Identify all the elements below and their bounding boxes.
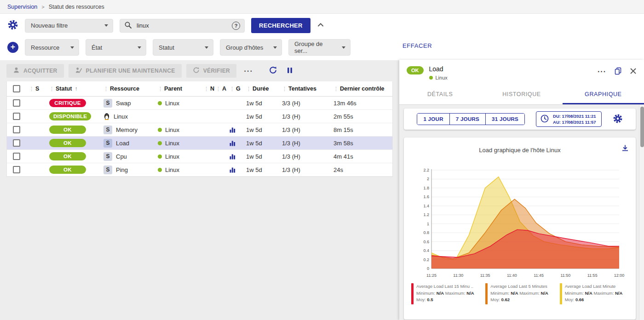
parent-cell[interactable]: Linux: [158, 126, 204, 133]
close-panel-button[interactable]: [630, 68, 637, 76]
duration-cell: 1w 5d: [246, 113, 282, 120]
svg-text:0.4: 0.4: [423, 248, 429, 253]
parent-cell[interactable]: Linux: [158, 153, 204, 160]
resources-region: ACQUITTER PLANIFIER UNE MAINTENANCE VÉRI…: [0, 61, 399, 320]
parent-name: Linux: [165, 140, 179, 147]
column-header-statut[interactable]: ⋮Statut↑: [49, 86, 104, 92]
resource-name: Memory: [116, 126, 138, 133]
table-row-memory[interactable]: OK SMemory Linux 1w 5d 1/3 (H) 8m 15s: [7, 123, 392, 137]
parent-cell[interactable]: Linux: [158, 100, 204, 107]
parent-status-dot: [158, 168, 162, 172]
column-header-tentatives[interactable]: ⋮Tentatives: [282, 86, 334, 92]
duration-cell: 1w 5d: [246, 153, 282, 160]
collapse-filters-button[interactable]: [317, 22, 324, 29]
service-chip: S: [104, 99, 112, 108]
column-header-parent[interactable]: ⋮Parent: [158, 86, 204, 92]
parent-cell[interactable]: Linux: [158, 166, 204, 173]
graph-icon[interactable]: [230, 167, 236, 173]
graph-icon[interactable]: [230, 127, 236, 133]
table-row-swap[interactable]: CRITIQUE SSwap Linux 1w 5d 3/3 (H) 13m 4…: [7, 97, 392, 110]
check-button[interactable]: VÉRIFIER: [186, 64, 237, 78]
column-header-dernier-controle[interactable]: ⋮Dernier contrôle: [334, 86, 392, 92]
last-check-cell: 2m 55s: [334, 113, 392, 120]
last-check-cell: 8m 15s: [334, 126, 392, 133]
parent-cell[interactable]: Linux: [158, 140, 204, 147]
acknowledge-button[interactable]: ACQUITTER: [6, 64, 64, 78]
last-check-cell: 13m 46s: [334, 100, 392, 107]
resource-cell[interactable]: SSwap: [104, 99, 158, 108]
criteria-select-statut[interactable]: Statut: [153, 39, 213, 56]
resource-cell[interactable]: SLoad: [104, 139, 158, 148]
select-all-checkbox[interactable]: [13, 85, 20, 92]
graph-icon[interactable]: [230, 154, 236, 160]
row-checkbox[interactable]: [13, 126, 20, 133]
scrollbar-thumb[interactable]: [640, 107, 644, 147]
search-box[interactable]: ?: [120, 19, 245, 33]
range-1-jour[interactable]: 1 JOUR: [417, 114, 449, 125]
search-button[interactable]: RECHERCHER: [251, 18, 310, 33]
panel-scrollbar[interactable]: [639, 105, 644, 320]
graph-settings-button[interactable]: [613, 114, 623, 125]
table-row-load[interactable]: OK SLoad Linux 1w 5d 1/3 (H) 3m 58s: [7, 137, 392, 150]
column-header-duree[interactable]: ⋮Durée: [246, 86, 282, 92]
graph-icon[interactable]: [230, 140, 236, 146]
column-header-a[interactable]: ⋮A: [216, 86, 230, 92]
row-checkbox[interactable]: [13, 139, 20, 147]
table-row-ping[interactable]: OK SPing Linux 1w 5d 1/3 (H) 24s: [7, 163, 392, 177]
resources-table: ⋮S ⋮Statut↑ ⋮Ressource ⋮Parent ⋮N ⋮A ⋮G …: [6, 81, 393, 177]
resource-cell[interactable]: SMemory: [104, 126, 158, 134]
resource-cell[interactable]: SPing: [104, 166, 158, 174]
tab-historique[interactable]: HISTORIQUE: [481, 86, 562, 104]
criteria-select-groupe-services[interactable]: Groupe de ser...: [288, 39, 351, 56]
legend-item-1[interactable]: Average Load Last 5 MinutesMinimum: N/A …: [485, 283, 554, 304]
parent-name: Linux: [165, 100, 179, 107]
resource-cell[interactable]: Linux: [104, 113, 158, 120]
table-row-cpu[interactable]: OK SCpu Linux 1w 5d 1/3 (H) 4m 41s: [7, 150, 392, 163]
criteria-select-etat[interactable]: État: [86, 39, 146, 56]
panel-more-button[interactable]: ···: [598, 68, 606, 76]
service-chip: S: [104, 166, 112, 174]
clear-filters-button[interactable]: EFFACER: [402, 42, 432, 49]
add-criteria-button[interactable]: [7, 42, 18, 53]
saved-filter-select[interactable]: Nouveau filtre: [25, 19, 113, 33]
column-header-ressource[interactable]: ⋮Ressource: [104, 86, 158, 92]
resource-cell[interactable]: SCpu: [104, 152, 158, 161]
chevron-down-icon: [342, 46, 345, 49]
tab-graphique[interactable]: GRAPHIQUE: [563, 86, 644, 104]
time-range-card: 1 JOUR7 JOURS31 JOURS DU: 17/08/2021 11:…: [404, 109, 636, 130]
status-badge: DISPONIBLE: [49, 112, 91, 120]
column-header-n[interactable]: ⋮N: [204, 86, 216, 92]
criteria-select-ressource[interactable]: Ressource: [25, 39, 79, 56]
date-to: AU: 17/08/2021 11:57: [553, 119, 596, 125]
svg-text:1.4: 1.4: [423, 204, 429, 208]
breadcrumb-supervision[interactable]: Supervision: [7, 4, 37, 10]
column-header-severity[interactable]: ⋮S: [29, 86, 49, 92]
export-chart-button[interactable]: [621, 144, 629, 154]
range-7-jours[interactable]: 7 JOURS: [449, 114, 485, 125]
more-actions-button[interactable]: ···: [244, 67, 253, 75]
refresh-button[interactable]: [269, 66, 277, 76]
parent-status-dot: [158, 101, 162, 105]
tab-details[interactable]: DÉTAILS: [399, 86, 481, 104]
row-checkbox[interactable]: [13, 166, 20, 173]
row-checkbox[interactable]: [13, 113, 20, 120]
gear-icon: [613, 114, 623, 125]
maintenance-button[interactable]: PLANIFIER UNE MAINTENANCE: [69, 64, 182, 78]
search-input[interactable]: [136, 22, 228, 29]
date-range-display[interactable]: DU: 17/08/2021 11:21 AU: 17/08/2021 11:5…: [536, 111, 601, 127]
criteria-select-groupe-hotes[interactable]: Group d'hôtes: [220, 39, 282, 56]
time-range-group: 1 JOUR7 JOURS31 JOURS: [417, 113, 525, 125]
legend-item-0[interactable]: Average Load Last 15 Minu ..Minimum: N/A…: [411, 283, 480, 304]
row-checkbox[interactable]: [13, 153, 20, 160]
range-31-jours[interactable]: 31 JOURS: [485, 114, 524, 125]
column-header-g[interactable]: ⋮G: [230, 86, 246, 92]
row-checkbox[interactable]: [13, 99, 20, 107]
help-icon[interactable]: ?: [232, 22, 240, 30]
actions-toolbar: ACQUITTER PLANIFIER UNE MAINTENANCE VÉRI…: [6, 63, 399, 78]
legend-item-2[interactable]: Average Load Last MinuteMinimum: N/A Max…: [560, 283, 628, 304]
pause-button[interactable]: [287, 67, 293, 75]
table-row-linux[interactable]: DISPONIBLE Linux 1w 5d 1/3 (H) 2m 55s: [7, 110, 392, 123]
duration-cell: 1w 5d: [246, 166, 282, 173]
copy-link-button[interactable]: [614, 67, 622, 76]
filter-settings-button[interactable]: [7, 19, 18, 32]
